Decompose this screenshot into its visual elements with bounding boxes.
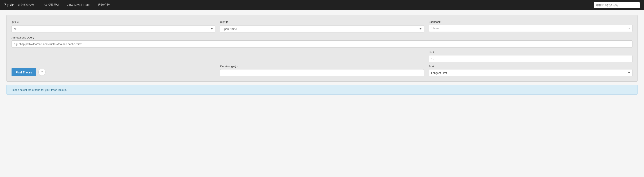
lookback-label: Lookback: [429, 20, 632, 23]
span-select[interactable]: Span Name: [220, 25, 424, 32]
duration-input[interactable]: [220, 69, 424, 76]
nav-search-traces[interactable]: 查找调用链: [41, 0, 63, 10]
navbar: Zipkin 研究系统行为 查找调用链 View Saved Trace 依赖分…: [0, 0, 644, 10]
navbar-tagline: 研究系统行为: [18, 3, 34, 7]
trace-id-search-input[interactable]: [594, 2, 640, 8]
duration-label: Duration (μs) >=: [220, 65, 424, 68]
annotations-group: Annotations Query: [12, 36, 632, 47]
actions-group: Find Traces ?: [12, 64, 215, 76]
limit-group: Limit: [429, 51, 632, 62]
main-content: 服务名 all 跨度名 Span Name Lookback 1 hour 2 …: [0, 10, 644, 100]
info-box-message: Please select the criteria for your trac…: [11, 88, 67, 91]
service-label: 服务名: [12, 20, 215, 24]
brand-logo: Zipkin: [4, 3, 14, 7]
find-traces-button[interactable]: Find Traces: [12, 68, 36, 76]
lookback-select[interactable]: 1 hour 2 hours 6 hours 12 hours 1 day 2 …: [429, 25, 632, 32]
limit-input[interactable]: [429, 55, 632, 62]
info-box: Please select the criteria for your trac…: [6, 85, 638, 95]
navbar-search-container: [594, 2, 640, 8]
service-group: 服务名 all: [12, 20, 215, 32]
limit-sort-group: Limit Sort Longest First Shortest First …: [429, 51, 632, 76]
nav-view-saved-trace[interactable]: View Saved Trace: [63, 0, 94, 10]
help-icon: ?: [41, 70, 43, 74]
annotations-label: Annotations Query: [12, 36, 34, 39]
form-row-top: 服务名 all 跨度名 Span Name Lookback 1 hour 2 …: [12, 20, 632, 32]
duration-group: Duration (μs) >=: [220, 65, 424, 76]
form-row-bottom: Find Traces ? Duration (μs) >= Limit Sor…: [12, 51, 632, 76]
nav-dependency-analysis[interactable]: 依赖分析: [94, 0, 114, 10]
sort-label: Sort: [429, 65, 632, 68]
sort-select[interactable]: Longest First Shortest First Newest Firs…: [429, 69, 632, 76]
service-select[interactable]: all: [12, 25, 215, 32]
sort-group: Sort Longest First Shortest First Newest…: [429, 65, 632, 76]
help-button[interactable]: ?: [38, 69, 46, 76]
limit-label: Limit: [429, 51, 632, 54]
lookback-group: Lookback 1 hour 2 hours 6 hours 12 hours…: [429, 20, 632, 32]
search-panel: 服务名 all 跨度名 Span Name Lookback 1 hour 2 …: [6, 15, 638, 82]
navbar-links: 查找调用链 View Saved Trace 依赖分析: [41, 0, 594, 10]
span-group: 跨度名 Span Name: [220, 20, 424, 32]
span-label: 跨度名: [220, 20, 424, 24]
annotations-query-input[interactable]: [12, 40, 632, 47]
